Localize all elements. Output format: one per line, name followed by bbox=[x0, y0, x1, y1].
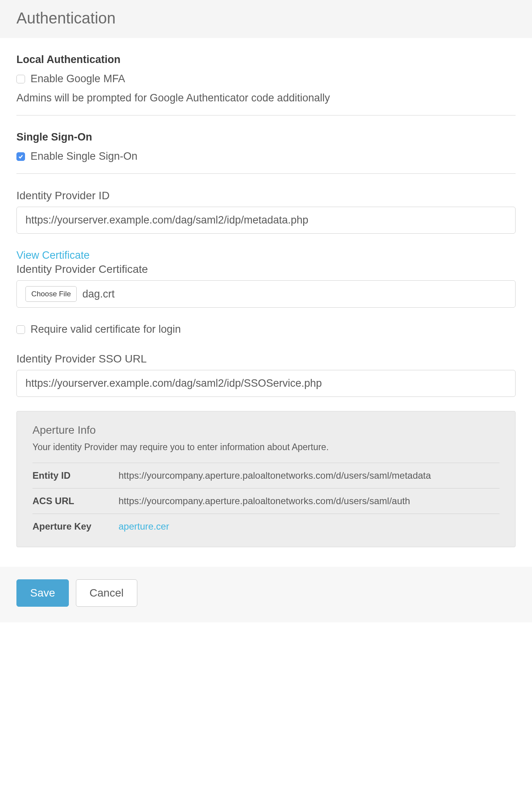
require-valid-cert-row: Require valid certificate for login bbox=[16, 323, 516, 335]
section-divider bbox=[16, 115, 516, 115]
entity-id-value: https://yourcompany.aperture.paloaltonet… bbox=[119, 463, 500, 489]
aperture-info-desc: Your identity Provider may require you t… bbox=[32, 442, 500, 452]
idp-id-label: Identity Provider ID bbox=[16, 189, 516, 202]
idp-cert-label: Identity Provider Certificate bbox=[16, 263, 516, 276]
idp-id-input[interactable] bbox=[16, 207, 516, 234]
table-row: Aperture Key aperture.cer bbox=[32, 514, 500, 539]
aperture-info-title: Aperture Info bbox=[32, 424, 500, 436]
idp-sso-url-label: Identity Provider SSO URL bbox=[16, 353, 516, 365]
content-area: Local Authentication Enable Google MFA A… bbox=[0, 38, 532, 567]
acs-url-label: ACS URL bbox=[32, 489, 119, 514]
idp-sso-url-group: Identity Provider SSO URL bbox=[16, 353, 516, 397]
enable-mfa-checkbox[interactable] bbox=[16, 75, 25, 83]
aperture-key-link[interactable]: aperture.cer bbox=[119, 521, 169, 532]
check-icon bbox=[18, 154, 23, 159]
idp-cert-file-box: Choose File dag.crt bbox=[16, 280, 516, 308]
cert-section: View Certificate Identity Provider Certi… bbox=[16, 249, 516, 308]
footer-bar: Save Cancel bbox=[0, 567, 532, 622]
mfa-help-text: Admins will be prompted for Google Authe… bbox=[16, 92, 516, 104]
idp-sso-url-input[interactable] bbox=[16, 370, 516, 397]
acs-url-value: https://yourcompany.aperture.paloaltonet… bbox=[119, 489, 500, 514]
page-title: Authentication bbox=[16, 9, 516, 27]
cancel-button[interactable]: Cancel bbox=[76, 579, 137, 607]
view-certificate-link[interactable]: View Certificate bbox=[16, 249, 90, 261]
section-divider bbox=[16, 173, 516, 174]
table-row: ACS URL https://yourcompany.aperture.pal… bbox=[32, 489, 500, 514]
enable-mfa-row: Enable Google MFA bbox=[16, 73, 516, 85]
idp-id-group: Identity Provider ID bbox=[16, 189, 516, 234]
require-valid-cert-label: Require valid certificate for login bbox=[31, 323, 181, 335]
aperture-key-label: Aperture Key bbox=[32, 514, 119, 539]
require-valid-cert-checkbox[interactable] bbox=[16, 325, 25, 334]
page-header: Authentication bbox=[0, 0, 532, 38]
enable-sso-label: Enable Single Sign-On bbox=[31, 150, 137, 162]
save-button[interactable]: Save bbox=[16, 579, 69, 607]
sso-heading: Single Sign-On bbox=[16, 131, 516, 143]
choose-file-button[interactable]: Choose File bbox=[25, 286, 77, 302]
local-auth-heading: Local Authentication bbox=[16, 54, 516, 66]
table-row: Entity ID https://yourcompany.aperture.p… bbox=[32, 463, 500, 489]
enable-sso-checkbox[interactable] bbox=[16, 152, 25, 161]
entity-id-label: Entity ID bbox=[32, 463, 119, 489]
cert-file-name: dag.crt bbox=[82, 288, 115, 300]
enable-mfa-label: Enable Google MFA bbox=[31, 73, 125, 85]
aperture-info-panel: Aperture Info Your identity Provider may… bbox=[16, 411, 516, 547]
aperture-info-table: Entity ID https://yourcompany.aperture.p… bbox=[32, 463, 500, 539]
enable-sso-row: Enable Single Sign-On bbox=[16, 150, 516, 162]
